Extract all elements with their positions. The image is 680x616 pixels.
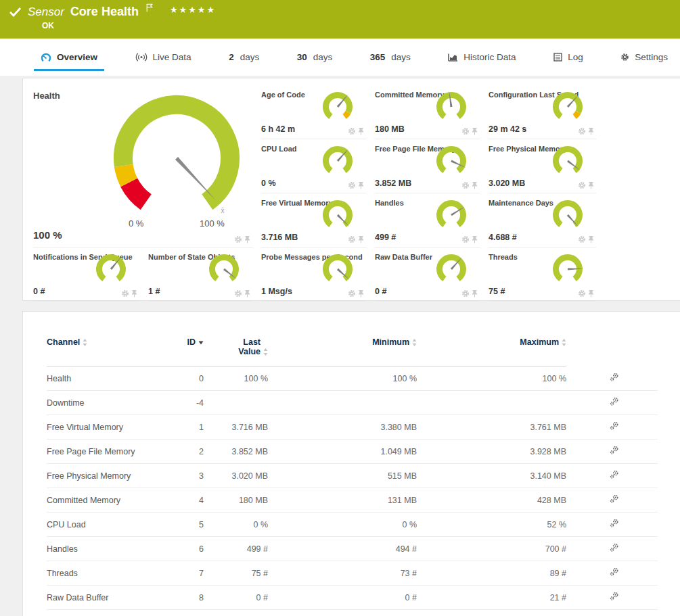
gauge-pin-icon[interactable]	[588, 289, 594, 298]
channel-settings-icon[interactable]	[610, 373, 619, 382]
gauge-pin-icon[interactable]	[358, 181, 364, 189]
gauge-settings-gear-icon[interactable]	[348, 235, 356, 243]
tab-label: Settings	[635, 52, 668, 62]
channel-settings-icon[interactable]	[610, 421, 619, 431]
column-header-minimum[interactable]: Minimum	[268, 337, 417, 366]
gauge-settings-gear-icon[interactable]	[234, 235, 242, 243]
gauge-settings-gear-icon[interactable]	[348, 289, 356, 298]
flag-icon[interactable]	[146, 3, 153, 15]
gauge-value: 3.852 MB	[375, 179, 411, 188]
tab-overview[interactable]: Overview	[38, 39, 100, 76]
column-header-id[interactable]: ID	[168, 337, 204, 366]
gauge-pin-icon[interactable]	[358, 289, 364, 298]
channel-name: Free Physical Memory	[47, 464, 168, 488]
gauge-pin-icon[interactable]	[358, 235, 364, 243]
gauge-settings-gear-icon[interactable]	[121, 289, 129, 298]
channel-settings-icon[interactable]	[610, 494, 619, 504]
gauge-settings-gear-icon[interactable]	[461, 289, 470, 298]
channel-id: 2	[168, 440, 204, 464]
gauge-tile-free-virtual-memory: Free Virtual Memory3.716 MB	[261, 193, 366, 247]
channels-panel: ChannelIDLast ValueMinimumMaximum Health…	[22, 311, 680, 616]
tab-historic-data[interactable]: Historic Data	[445, 39, 518, 76]
tab-settings[interactable]: Settings	[618, 39, 671, 76]
gauge-settings-gear-icon[interactable]	[578, 127, 586, 135]
gauge-pin-icon[interactable]	[588, 127, 594, 135]
gauge-settings-gear-icon[interactable]	[578, 181, 586, 189]
gauge-value: 29 m 42 s	[489, 124, 526, 134]
page-content: Health x̄ 0 % 100 % 100 % Age of Code6 h…	[0, 76, 680, 616]
tab-label: Overview	[57, 52, 97, 62]
channel-id: 7	[168, 561, 204, 586]
gauge-settings-gear-icon[interactable]	[578, 289, 586, 298]
gauge-pin-icon[interactable]	[358, 127, 364, 135]
gauge-tile-maintenance-days: Maintenance Days4.688 #	[489, 193, 596, 247]
tab-label: days	[313, 52, 333, 62]
channel-row-raw-data-buffer: Raw Data Buffer80 #0 #21 #	[47, 586, 658, 610]
channel-name: Health	[47, 366, 168, 391]
gauge-value: 3.716 MB	[261, 233, 298, 242]
column-header-maximum[interactable]: Maximum	[417, 337, 566, 366]
gauge-pin-icon[interactable]	[472, 127, 478, 135]
tab-2-days[interactable]: 2days	[226, 39, 262, 76]
gauge-value: 180 MB	[375, 124, 405, 134]
gauge-settings-gear-icon[interactable]	[348, 127, 356, 135]
channel-settings-icon[interactable]	[610, 446, 619, 455]
tab-30-days[interactable]: 30days	[294, 39, 336, 76]
gauge-pin-icon[interactable]	[472, 235, 478, 243]
channel-name: Free Virtual Memory	[47, 415, 168, 440]
channel-id: 3	[168, 464, 204, 488]
channel-settings-icon[interactable]	[610, 543, 619, 552]
channel-maximum: 100 %	[417, 366, 566, 391]
status-check-icon	[9, 7, 22, 17]
gauge-icon	[41, 53, 51, 62]
channel-gauge	[432, 143, 470, 179]
gauge-settings-gear-icon[interactable]	[461, 235, 470, 243]
channel-settings-icon[interactable]	[610, 397, 619, 406]
gauge-settings-gear-icon[interactable]	[461, 181, 470, 189]
tab-live-data[interactable]: Live Data	[133, 39, 194, 76]
channel-settings-icon[interactable]	[610, 592, 619, 601]
gauge-value: 0 #	[375, 287, 386, 296]
tab-log[interactable]: Log	[551, 39, 586, 76]
gauge-value: 1 Msg/s	[261, 287, 292, 296]
gauge-value: 0 %	[261, 179, 276, 188]
gauge-tile-free-physical-memory: Free Physical Memory3.020 MB	[489, 139, 596, 193]
gauge-value: 6 h 42 m	[261, 124, 295, 134]
gauge-pin-icon[interactable]	[131, 289, 137, 298]
gauge-pin-icon[interactable]	[588, 235, 594, 243]
channel-row-handles: Handles6499 #494 #700 #	[47, 537, 658, 561]
tab-label: Live Data	[153, 52, 191, 62]
gauge-settings-gear-icon[interactable]	[461, 127, 470, 135]
gauge-pin-icon[interactable]	[244, 289, 250, 298]
channel-settings-icon[interactable]	[610, 567, 619, 577]
priority-stars[interactable]: ★★★★★	[170, 5, 216, 15]
channel-maximum: 700 #	[417, 537, 566, 561]
channel-settings-icon[interactable]	[610, 519, 619, 528]
tab-days-number: 2	[229, 52, 234, 62]
gauge-pin-icon[interactable]	[244, 235, 250, 243]
gauge-title: Maintenance Days	[489, 199, 553, 207]
channel-last-value: 75 #	[204, 561, 268, 586]
gauge-pin-icon[interactable]	[472, 289, 478, 298]
channel-minimum: 73 #	[268, 561, 417, 586]
gauge-pin-icon[interactable]	[472, 181, 478, 189]
channel-gauge	[549, 143, 587, 179]
tab-label: days	[391, 52, 411, 62]
channel-row-cpu-load: CPU Load50 %0 %52 %	[47, 513, 658, 537]
gauge-tile-handles: Handles499 #	[375, 193, 480, 247]
gauge-settings-gear-icon[interactable]	[348, 181, 356, 189]
health-gauge: x̄	[109, 92, 244, 238]
gauge-pin-icon[interactable]	[588, 181, 594, 189]
channel-gauge	[92, 252, 130, 287]
channel-maximum: 428 MB	[417, 488, 566, 513]
channel-settings-icon[interactable]	[610, 470, 619, 479]
tab-365-days[interactable]: 365days	[367, 39, 413, 76]
gear-icon	[620, 53, 629, 62]
column-header-channel[interactable]: Channel	[47, 337, 168, 366]
channel-minimum: 1.049 MB	[268, 440, 417, 464]
gauge-title: Raw Data Buffer	[375, 253, 432, 261]
column-label: Last Value	[232, 337, 260, 356]
gauge-settings-gear-icon[interactable]	[578, 235, 586, 243]
gauge-settings-gear-icon[interactable]	[234, 289, 242, 298]
column-header-last-value[interactable]: Last Value	[204, 337, 268, 366]
